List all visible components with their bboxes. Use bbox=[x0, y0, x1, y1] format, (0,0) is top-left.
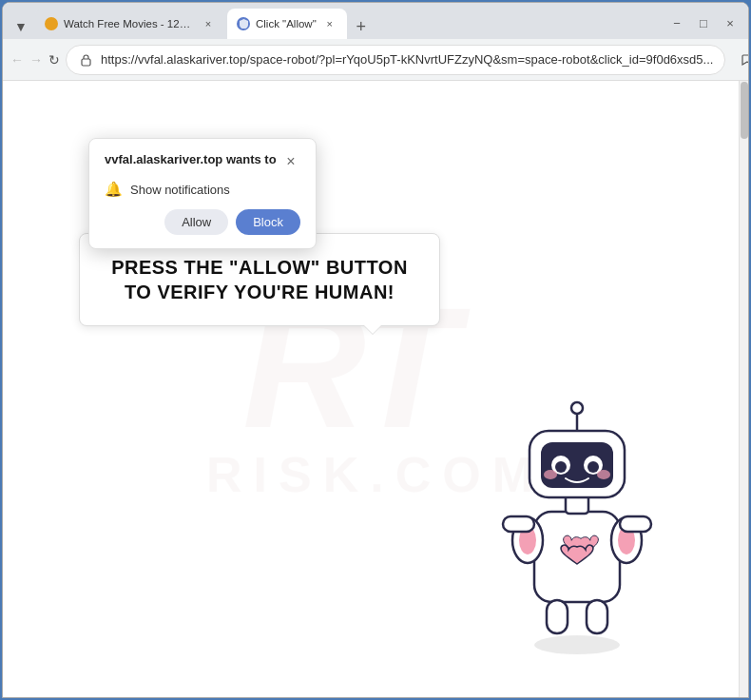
tab-close-movies[interactable]: × bbox=[201, 16, 216, 31]
svg-point-17 bbox=[555, 461, 567, 473]
maximize-button[interactable]: □ bbox=[691, 10, 716, 35]
page-content: RT RISK.COM bbox=[3, 81, 748, 697]
address-right-icons bbox=[735, 48, 749, 72]
tab-favicon-movies bbox=[45, 17, 58, 30]
secure-icon bbox=[78, 52, 93, 68]
tab-label-movies: Watch Free Movies - 123movie... bbox=[64, 18, 195, 29]
robot-illustration bbox=[482, 364, 672, 659]
new-tab-button[interactable]: + bbox=[349, 14, 374, 39]
browser-window: ▼ Watch Free Movies - 123movie... × Clic… bbox=[2, 2, 749, 698]
svg-rect-24 bbox=[620, 516, 651, 532]
window-controls: − □ × bbox=[664, 10, 742, 39]
back-button[interactable]: ← bbox=[10, 47, 24, 73]
address-bar: ← → ↻ https://vvfal.alaskariver.top/spac… bbox=[3, 39, 748, 81]
tab-close-allow[interactable]: × bbox=[322, 16, 337, 31]
tab-bar-left: ▼ bbox=[9, 14, 33, 39]
popup-close-button[interactable]: × bbox=[281, 152, 300, 171]
tab-movies[interactable]: Watch Free Movies - 123movie... × bbox=[35, 9, 225, 39]
popup-actions: Allow Block bbox=[105, 209, 300, 235]
svg-rect-0 bbox=[82, 59, 90, 66]
address-field[interactable]: https://vvfal.alaskariver.top/space-robo… bbox=[66, 45, 725, 75]
tab-favicon-allow bbox=[237, 17, 250, 30]
svg-point-6 bbox=[534, 635, 620, 654]
popup-header: vvfal.alaskariver.top wants to × bbox=[105, 152, 300, 171]
allow-button[interactable]: Allow bbox=[164, 209, 228, 235]
notification-popup: vvfal.alaskariver.top wants to × 🔔 Show … bbox=[88, 138, 317, 249]
reload-button[interactable]: ↻ bbox=[48, 47, 60, 73]
svg-rect-26 bbox=[587, 600, 607, 633]
svg-point-18 bbox=[587, 461, 599, 473]
tab-bar: ▼ Watch Free Movies - 123movie... × Clic… bbox=[3, 3, 748, 39]
svg-point-19 bbox=[544, 470, 557, 479]
minimize-button[interactable]: − bbox=[664, 10, 689, 35]
close-button[interactable]: × bbox=[718, 10, 742, 35]
bookmark-button[interactable] bbox=[735, 48, 749, 72]
popup-notification-row: 🔔 Show notifications bbox=[105, 181, 300, 198]
speech-text: PRESS THE "ALLOW" BUTTON TO VERIFY YOU'R… bbox=[108, 255, 411, 304]
forward-button[interactable]: → bbox=[29, 47, 43, 73]
tab-label-allow: Click "Allow" bbox=[256, 18, 317, 29]
svg-point-22 bbox=[571, 402, 583, 414]
svg-rect-23 bbox=[503, 516, 534, 532]
scrollbar-thumb[interactable] bbox=[741, 82, 748, 139]
svg-point-20 bbox=[597, 470, 610, 479]
svg-rect-25 bbox=[547, 600, 568, 633]
bell-icon: 🔔 bbox=[105, 181, 123, 198]
scrollbar[interactable] bbox=[739, 81, 748, 697]
url-text: https://vvfal.alaskariver.top/space-robo… bbox=[101, 52, 713, 67]
tab-allow[interactable]: Click "Allow" × bbox=[227, 9, 347, 39]
block-button[interactable]: Block bbox=[236, 209, 300, 235]
tab-back-btn[interactable]: ▼ bbox=[9, 14, 33, 39]
popup-title: vvfal.alaskariver.top wants to bbox=[105, 152, 277, 166]
notification-label: Show notifications bbox=[130, 183, 230, 197]
